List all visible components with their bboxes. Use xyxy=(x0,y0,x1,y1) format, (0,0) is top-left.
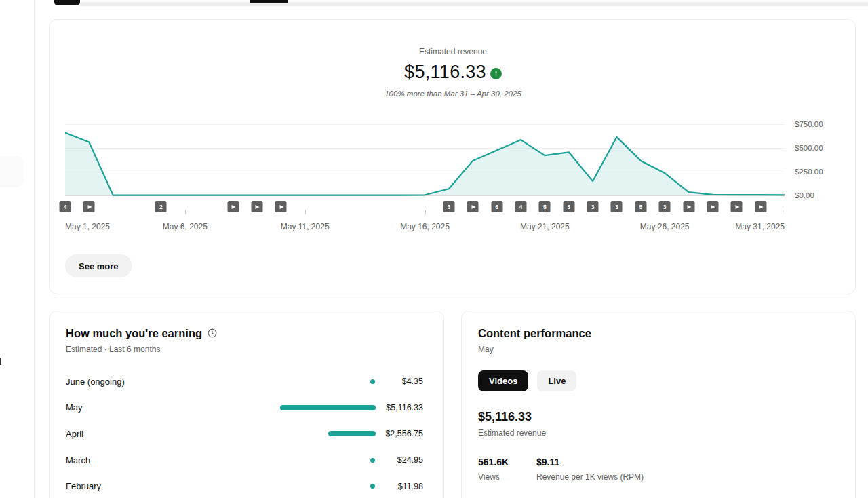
trend-up-icon: ↑ xyxy=(490,68,502,79)
month-earnings-value: $11.98 xyxy=(376,482,423,491)
badge-count: 5 xyxy=(543,204,547,210)
badge-count: 4 xyxy=(64,204,67,210)
video-thumbnail-play-icon[interactable] xyxy=(227,201,239,212)
earnings-month-row[interactable]: February$11.98 xyxy=(50,473,443,498)
earnings-dot xyxy=(370,379,375,384)
analytics-page: Estimated revenue $5,116.33↑ 100% more t… xyxy=(0,0,868,498)
performance-revenue-label: Estimated revenue xyxy=(478,428,546,438)
content-performance-card: Content performance May Videos Live $5,1… xyxy=(461,311,856,498)
video-thumbnail-play-icon[interactable] xyxy=(83,201,95,212)
performance-card-subtitle: May xyxy=(478,345,494,354)
video-count-badge[interactable]: 5 xyxy=(635,201,646,212)
x-axis-label: May 26, 2025 xyxy=(640,222,690,231)
video-thumbnail-play-icon[interactable] xyxy=(755,201,766,212)
earnings-bar-track xyxy=(267,404,376,411)
badge-count: 6 xyxy=(495,204,498,210)
x-axis-tick xyxy=(425,210,426,214)
y-axis-tick-label: $750.00 xyxy=(795,120,823,128)
video-thumbnail-play-icon[interactable] xyxy=(683,201,694,212)
active-tab-underline-fragment xyxy=(250,0,288,3)
tab-videos[interactable]: Videos xyxy=(478,370,528,391)
video-count-badge[interactable]: 3 xyxy=(563,201,574,212)
play-icon xyxy=(279,205,283,209)
earnings-month-row[interactable]: March$24.95 xyxy=(50,447,443,474)
x-axis-tick xyxy=(665,210,665,214)
video-count-badge[interactable]: 3 xyxy=(443,201,454,212)
play-icon xyxy=(471,205,475,209)
video-count-badge[interactable]: 4 xyxy=(60,201,71,212)
earnings-card: How much you're earning Estimated · Last… xyxy=(49,311,444,498)
play-icon xyxy=(735,205,739,209)
earnings-bar xyxy=(280,405,376,410)
views-metric: 561.6K Views xyxy=(478,457,509,482)
chart-area-fill xyxy=(65,133,785,195)
x-axis-label: May 1, 2025 xyxy=(65,222,110,231)
x-axis-tick xyxy=(545,210,545,214)
revenue-comparison-text: 100% more than Mar 31 – Apr 30, 2025 xyxy=(50,90,856,98)
earnings-month-row[interactable]: April$2,556.75 xyxy=(50,421,443,447)
x-axis-label: May 31, 2025 xyxy=(735,222,785,231)
earnings-card-subtitle: Estimated · Last 6 months xyxy=(66,345,160,354)
earnings-bar xyxy=(328,431,376,436)
month-earnings-value: $4.35 xyxy=(376,377,423,386)
earnings-bar-track xyxy=(267,457,376,463)
video-thumbnail-play-icon[interactable] xyxy=(731,201,743,212)
video-count-badge[interactable]: 2 xyxy=(155,201,167,212)
cut-off-side-panel-fragment xyxy=(0,156,24,187)
badge-count: 2 xyxy=(159,204,163,210)
badge-count: 3 xyxy=(663,204,667,210)
x-axis-label: May 16, 2025 xyxy=(400,222,450,231)
play-icon xyxy=(760,205,764,209)
revenue-line-chart[interactable] xyxy=(65,114,785,198)
month-earnings-value: $5,116.33 xyxy=(376,403,423,413)
x-axis-tick xyxy=(785,210,785,214)
badge-count: 3 xyxy=(591,204,595,210)
video-count-badge[interactable]: 3 xyxy=(611,201,623,212)
video-thumbnail-play-icon[interactable] xyxy=(467,201,479,212)
month-label: June (ongoing) xyxy=(66,377,267,387)
content-edge-line xyxy=(34,0,35,498)
cut-off-tab-fragment[interactable] xyxy=(54,0,80,5)
video-count-badge[interactable]: 4 xyxy=(515,201,526,212)
play-icon xyxy=(232,205,236,209)
clock-icon xyxy=(208,328,217,338)
views-value: 561.6K xyxy=(478,457,509,467)
rpm-metric: $9.11 Revenue per 1K views (RPM) xyxy=(536,457,644,482)
month-label: February xyxy=(66,481,267,491)
views-label: Views xyxy=(478,472,509,482)
x-axis-label: May 11, 2025 xyxy=(281,222,330,231)
earnings-bar-track xyxy=(267,483,376,490)
badge-count: 5 xyxy=(639,204,642,210)
x-axis-label: May 6, 2025 xyxy=(163,222,208,231)
month-label: April xyxy=(66,429,267,439)
performance-card-title: Content performance xyxy=(478,327,591,340)
badge-count: 4 xyxy=(519,204,523,210)
video-count-badge[interactable]: 3 xyxy=(587,201,599,212)
revenue-summary-header: Estimated revenue $5,116.33↑ 100% more t… xyxy=(50,47,856,98)
see-more-button[interactable]: See more xyxy=(65,254,132,277)
earnings-bar-track xyxy=(267,430,376,437)
earnings-card-title: How much you're earning xyxy=(66,327,217,340)
video-thumbnail-play-icon[interactable] xyxy=(275,201,287,212)
earnings-dot xyxy=(370,484,375,489)
y-axis-tick-label: $0.00 xyxy=(795,191,814,199)
tab-live[interactable]: Live xyxy=(537,370,576,391)
revenue-metric-label: Estimated revenue xyxy=(50,47,856,56)
badge-count: 3 xyxy=(615,204,618,210)
month-label: March xyxy=(66,455,267,465)
video-thumbnail-play-icon[interactable] xyxy=(707,201,718,212)
play-icon xyxy=(256,205,260,209)
content-type-toggle: Videos Live xyxy=(478,370,576,391)
x-axis-label: May 21, 2025 xyxy=(520,222,570,231)
video-thumbnail-play-icon[interactable] xyxy=(251,201,262,212)
play-icon xyxy=(711,205,715,209)
earnings-month-row[interactable]: June (ongoing)$4.35 xyxy=(50,368,443,395)
y-axis-tick-label: $250.00 xyxy=(795,168,823,176)
month-label: May xyxy=(66,402,267,413)
revenue-amount: $5,116.33 xyxy=(404,62,486,82)
earnings-bar-track xyxy=(267,378,376,385)
earnings-month-row[interactable]: May$5,116.33 xyxy=(50,395,443,421)
badge-count: 3 xyxy=(567,204,570,210)
video-count-badge[interactable]: 6 xyxy=(491,201,502,212)
earnings-dot xyxy=(370,458,375,463)
